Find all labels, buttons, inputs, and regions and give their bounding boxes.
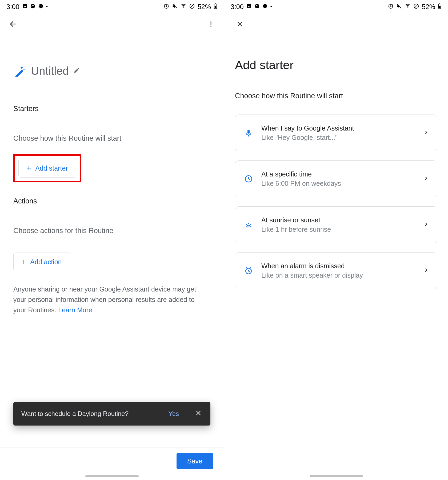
mic-icon	[243, 129, 254, 137]
clock-icon	[243, 175, 254, 183]
page-subtitle: Choose how this Routine will start	[235, 92, 437, 100]
option-title: At sunrise or sunset	[261, 216, 416, 224]
gesture-nav-bar	[310, 475, 363, 477]
snackbar-yes-button[interactable]: Yes	[169, 410, 179, 418]
page-title: Add starter	[235, 58, 437, 72]
alarm-icon	[388, 3, 394, 10]
chevron-right-icon	[423, 175, 429, 182]
starters-subtitle: Choose how this Routine will start	[13, 134, 210, 143]
more-dot-icon: •	[270, 4, 272, 9]
image-icon	[22, 3, 27, 10]
add-action-label: Add action	[30, 258, 62, 266]
alarm-icon	[163, 3, 169, 10]
svg-rect-16	[247, 4, 251, 8]
option-subtitle: Like on a smart speaker or display	[261, 272, 416, 279]
actions-heading: Actions	[13, 197, 210, 205]
appbar	[0, 13, 224, 35]
status-time: 3:00	[231, 3, 244, 10]
battery-percent: 52%	[422, 3, 435, 10]
snackbar-close-button[interactable]	[194, 409, 202, 419]
battery-icon	[438, 3, 442, 10]
overflow-menu-button[interactable]	[206, 19, 216, 29]
option-title: When I say to Google Assistant	[261, 124, 416, 132]
svg-rect-27	[439, 6, 441, 8]
sunrise-icon	[243, 221, 254, 229]
baseball-icon	[38, 3, 43, 10]
add-starter-label: Add starter	[35, 164, 68, 172]
starter-option-sun[interactable]: At sunrise or sunset Like 1 hr before su…	[235, 206, 437, 243]
svg-line-24	[415, 5, 418, 8]
routine-icon	[13, 64, 26, 78]
svg-point-14	[210, 25, 211, 26]
messenger-icon	[254, 3, 260, 10]
no-sim-icon	[189, 3, 195, 10]
routine-title-row: Untitled	[13, 64, 210, 78]
svg-line-8	[190, 5, 193, 8]
mute-icon	[396, 3, 402, 10]
chevron-right-icon	[423, 129, 429, 136]
baseball-icon	[262, 3, 268, 10]
back-button[interactable]	[7, 19, 18, 29]
option-title: When an alarm is dismissed	[261, 262, 416, 270]
image-icon	[246, 3, 252, 10]
option-subtitle: Like "Hey Google, start..."	[261, 134, 416, 141]
option-subtitle: Like 1 hr before sunrise	[261, 226, 416, 233]
svg-rect-0	[23, 4, 27, 8]
tutorial-highlight: + Add starter	[13, 154, 81, 182]
chevron-right-icon	[423, 267, 429, 274]
learn-more-link[interactable]: Learn More	[58, 306, 92, 314]
battery-percent: 52%	[198, 3, 211, 10]
save-button[interactable]: Save	[177, 453, 213, 469]
snackbar-text: Want to schedule a Daylong Routine?	[21, 410, 169, 418]
close-button[interactable]	[234, 19, 245, 29]
edit-title-button[interactable]	[74, 67, 80, 75]
snackbar: Want to schedule a Daylong Routine? Yes	[13, 402, 210, 426]
battery-icon	[214, 3, 217, 10]
wifi-icon	[405, 3, 411, 10]
mute-icon	[172, 3, 178, 10]
svg-rect-11	[215, 6, 216, 8]
add-action-button[interactable]: + Add action	[13, 253, 70, 271]
svg-rect-26	[439, 3, 440, 4]
disclaimer-text: Anyone sharing or near your Google Assis…	[13, 284, 205, 315]
no-sim-icon	[413, 3, 419, 10]
gesture-nav-bar	[85, 475, 139, 477]
chevron-right-icon	[423, 221, 429, 228]
svg-point-13	[210, 23, 211, 25]
screen-routine-editor: 3:00 •	[0, 0, 224, 480]
svg-rect-10	[215, 3, 216, 4]
routine-title: Untitled	[31, 65, 69, 77]
plus-icon: +	[27, 164, 31, 172]
alarm-icon	[243, 266, 254, 275]
starters-heading: Starters	[13, 105, 210, 113]
android-status-bar: 3:00 •	[0, 0, 224, 13]
messenger-icon	[30, 3, 35, 10]
svg-point-22	[407, 7, 408, 8]
add-starter-button[interactable]: + Add starter	[18, 159, 76, 178]
status-time: 3:00	[6, 3, 19, 10]
more-dot-icon: •	[46, 4, 48, 9]
android-status-bar: 3:00 •	[224, 0, 448, 13]
plus-icon: +	[22, 258, 26, 266]
svg-rect-15	[15, 69, 23, 77]
svg-point-6	[183, 7, 184, 8]
starter-option-alarm[interactable]: When an alarm is dismissed Like on a sma…	[235, 252, 437, 289]
option-subtitle: Like 6:00 PM on weekdays	[261, 180, 416, 187]
actions-subtitle: Choose actions for this Routine	[13, 227, 210, 235]
svg-point-12	[210, 21, 211, 22]
appbar	[224, 13, 448, 35]
starter-option-voice[interactable]: When I say to Google Assistant Like "Hey…	[235, 115, 437, 151]
starter-option-time[interactable]: At a specific time Like 6:00 PM on weekd…	[235, 160, 437, 197]
wifi-icon	[181, 3, 186, 10]
option-title: At a specific time	[261, 170, 416, 178]
screen-add-starter: 3:00 •	[224, 0, 448, 480]
